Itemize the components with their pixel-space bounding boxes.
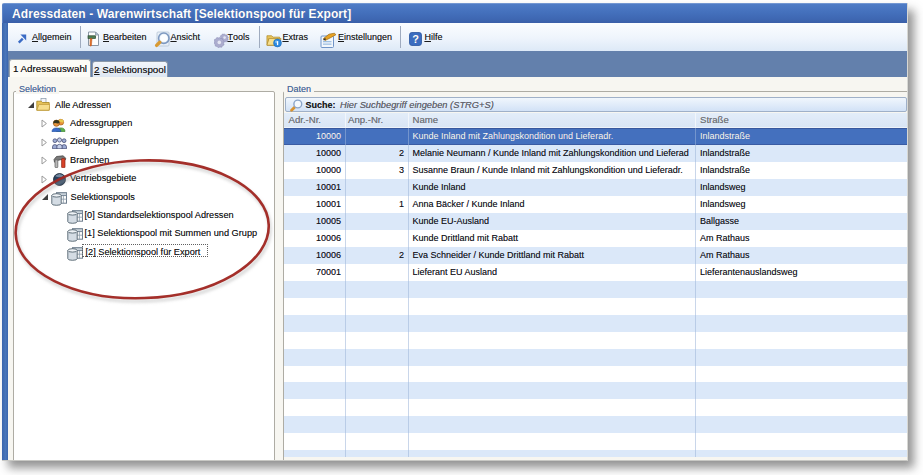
svg-text:?: ? (412, 33, 419, 45)
